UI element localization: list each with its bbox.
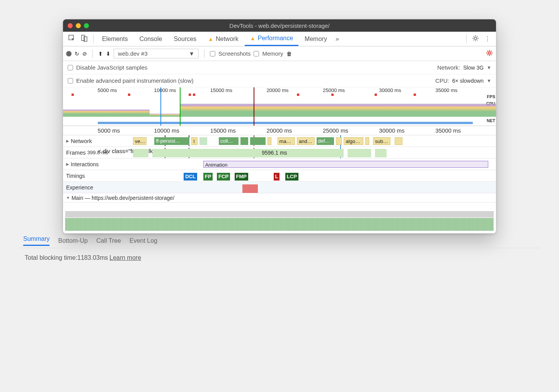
tab-event-log[interactable]: Event Log	[130, 237, 157, 244]
tab-call-tree[interactable]: Call Tree	[96, 237, 121, 244]
cpu-graph	[63, 101, 496, 117]
track-experience[interactable]: Experience	[63, 182, 496, 193]
overview-timeline[interactable]: 5000 ms10000 ms15000 ms20000 ms25000 ms3…	[63, 87, 496, 126]
cls-block[interactable]	[242, 184, 258, 193]
enable-paint-checkbox[interactable]	[68, 78, 73, 84]
summary-footer: Total blocking time: 1183.03ms Learn mor…	[19, 248, 540, 268]
disable-js-checkbox[interactable]	[68, 65, 73, 70]
network-chip[interactable]	[336, 137, 342, 145]
tabs-overflow-icon[interactable]: »	[333, 34, 341, 44]
device-icon[interactable]	[78, 33, 90, 45]
chevron-down-icon[interactable]: ▼	[487, 78, 491, 84]
gear-icon[interactable]	[470, 33, 481, 45]
tab-performance[interactable]: ▲Performance	[245, 32, 298, 46]
expand-icon[interactable]: ▶	[66, 162, 69, 166]
network-chip[interactable]: coll…	[219, 137, 239, 145]
network-chip[interactable]: and…	[297, 137, 314, 145]
ruler-tick: 10000 ms	[154, 127, 179, 134]
tab-memory[interactable]: Memory	[299, 32, 332, 46]
track-main-header[interactable]: ▼Main — https://web.dev/persistent-stora…	[63, 193, 496, 203]
timing-badge-l[interactable]: L	[274, 173, 280, 181]
record-button[interactable]	[66, 51, 72, 56]
ruler-tick: 15000 ms	[210, 127, 236, 134]
network-chip[interactable]	[250, 137, 266, 145]
memory-label: Memory	[262, 50, 283, 57]
network-chip[interactable]	[395, 137, 402, 145]
track-interactions[interactable]: ▶Interactions Animation	[63, 159, 496, 170]
timing-badge-fp[interactable]: FP	[203, 173, 213, 181]
warning-icon: ▲	[250, 35, 256, 41]
svg-rect-1	[82, 35, 85, 41]
options-row-1: Disable JavaScript samples Network: Slow…	[63, 61, 496, 74]
network-value[interactable]: Slow 3G	[463, 65, 484, 71]
selection-start[interactable]	[160, 87, 161, 126]
tab-console[interactable]: Console	[134, 32, 168, 46]
gear-icon[interactable]	[486, 49, 493, 58]
ruler-tick: 20000 ms	[266, 127, 292, 134]
svg-point-3	[474, 37, 477, 39]
learn-more-link[interactable]: Learn more	[109, 254, 141, 261]
close-icon[interactable]	[68, 23, 73, 28]
network-chip[interactable]: l	[191, 137, 197, 145]
kebab-icon[interactable]: ⋮	[482, 34, 493, 44]
maximize-icon[interactable]	[84, 23, 89, 28]
tab-elements[interactable]: Elements	[97, 32, 133, 46]
timing-badge-fmp[interactable]: FMP	[235, 173, 248, 181]
network-chip[interactable]: ma…	[278, 137, 295, 145]
animation-chip[interactable]: Animation	[203, 161, 488, 168]
network-chip[interactable]	[240, 137, 248, 145]
reload-icon[interactable]: ↻	[75, 51, 79, 57]
tbt-label: Total blocking time:	[25, 254, 77, 261]
separator	[93, 35, 94, 43]
trash-icon[interactable]: 🗑	[286, 51, 292, 57]
perf-toolbar: ↻ ⊘ ⬆︎ ⬇︎ web.dev #3 ▼ Screenshots Memor…	[63, 46, 496, 61]
minimize-icon[interactable]	[76, 23, 81, 28]
expand-icon[interactable]: ▶	[66, 139, 69, 143]
ruler-tick: 30000 ms	[379, 127, 405, 134]
screenshots-checkbox[interactable]	[210, 51, 215, 56]
ruler-tick: 5000 ms	[98, 87, 117, 93]
network-chip[interactable]	[365, 137, 369, 145]
track-network[interactable]: ▶Network ve…ff-persist…lcoll…ma…and…def……	[63, 135, 496, 147]
tab-summary[interactable]: Summary	[23, 235, 49, 246]
network-label: Network:	[437, 64, 460, 71]
tab-bottom-up[interactable]: Bottom-Up	[58, 237, 87, 244]
network-chip[interactable]: sub…	[373, 137, 390, 145]
collapse-icon[interactable]: ▼	[66, 196, 70, 200]
ruler-tick: 35000 ms	[435, 87, 457, 93]
titlebar[interactable]: DevTools - web.dev/persistent-storage/	[63, 19, 496, 32]
timing-badge-fcp[interactable]: FCP	[217, 173, 230, 181]
network-chip[interactable]	[268, 137, 271, 145]
fps-label: FPS	[487, 94, 495, 99]
track-frames[interactable]: Frames399.8 ms 9596.1 ms < div class="fr…	[63, 147, 496, 159]
cpu-value[interactable]: 6× slowdown	[452, 78, 484, 84]
chevron-down-icon[interactable]: ▼	[487, 65, 491, 70]
enable-paint-label: Enable advanced paint instrumentation (s…	[76, 77, 194, 84]
options-row-2: Enable advanced paint instrumentation (s…	[63, 74, 496, 87]
timing-badge-dcl[interactable]: DCL	[184, 173, 197, 181]
warning-icon: ▲	[208, 36, 213, 42]
memory-checkbox[interactable]	[254, 51, 259, 56]
upload-icon[interactable]: ⬆︎	[98, 51, 103, 57]
network-chip[interactable]: ff-persist…	[154, 137, 189, 145]
track-timings[interactable]: Timings DCLFPFCPFMPLLCP	[63, 170, 496, 182]
tab-sources[interactable]: Sources	[168, 32, 202, 46]
network-chip[interactable]: def…	[317, 137, 334, 145]
tab-network[interactable]: ▲Network	[203, 32, 244, 46]
ruler-tick: 20000 ms	[266, 87, 288, 93]
timing-badge-lcp[interactable]: LCP	[285, 173, 298, 181]
detail-ruler[interactable]: 5000 ms10000 ms15000 ms20000 ms25000 ms3…	[63, 126, 496, 135]
track-main-flame[interactable]	[63, 203, 496, 233]
network-chip[interactable]: ve…	[133, 137, 147, 145]
tbt-value: 1183.03ms	[77, 254, 108, 261]
inspect-icon[interactable]	[66, 33, 78, 45]
clear-icon[interactable]: ⊘	[82, 51, 87, 57]
download-icon[interactable]: ⬇︎	[106, 51, 111, 57]
profile-select[interactable]: web.dev #3 ▼	[114, 49, 199, 58]
network-chip[interactable]: algo…	[344, 137, 363, 145]
cpu-label: CPU:	[435, 77, 449, 84]
window-controls	[68, 23, 89, 28]
screenshots-label: Screenshots	[218, 50, 251, 57]
ruler-tick: 25000 ms	[323, 127, 348, 134]
network-chip[interactable]	[199, 137, 207, 145]
